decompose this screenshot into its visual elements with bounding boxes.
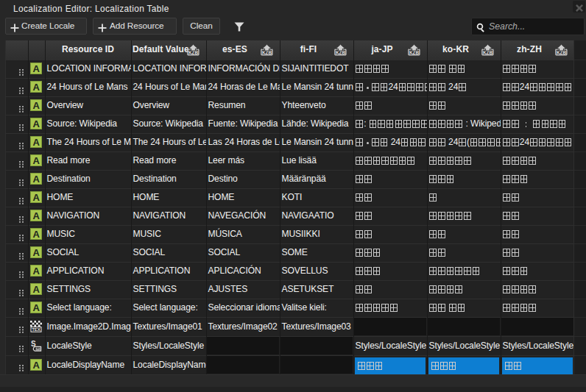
svg-text:A: A (32, 100, 40, 111)
svg-text:A: A (32, 284, 40, 295)
svg-text:A: A (32, 174, 40, 185)
svg-text:A: A (32, 82, 40, 93)
svg-text:A: A (32, 247, 40, 258)
svg-text:A: A (32, 302, 40, 313)
svg-text:A: A (32, 155, 40, 166)
svg-text:A: A (32, 229, 40, 240)
svg-text:TEX: TEX (32, 327, 40, 332)
svg-text:A: A (32, 192, 40, 203)
svg-text:A: A (32, 118, 40, 129)
svg-text:A: A (32, 360, 40, 371)
svg-text:A: A (32, 137, 40, 148)
svg-text:A: A (32, 63, 40, 74)
svg-text:A: A (32, 210, 40, 221)
svg-text:A: A (32, 266, 40, 277)
